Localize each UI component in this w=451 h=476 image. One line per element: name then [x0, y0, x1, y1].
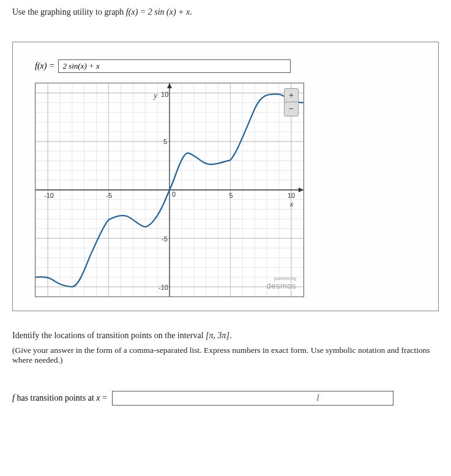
answer-input[interactable]: I — [112, 391, 393, 406]
function-input-row: f(x) = — [35, 59, 426, 73]
axis-label-x: x — [289, 199, 294, 208]
tick-y-neg5: -5 — [162, 235, 168, 243]
answer-row: f has transition points at x = I — [12, 391, 439, 406]
tick-x-pos5: 5 — [229, 192, 233, 199]
graph-svg: -10 -5 0 5 10 10 5 -5 -10 y x — [35, 83, 304, 297]
tick-x-pos10: 10 — [288, 192, 295, 199]
tick-origin: 0 — [172, 191, 176, 198]
zoom-in-button[interactable]: + — [285, 89, 298, 102]
graph-canvas[interactable]: -10 -5 0 5 10 10 5 -5 -10 y x + − pow — [35, 83, 304, 297]
tick-y-pos10: 10 — [161, 91, 168, 98]
cursor-indicator: I — [316, 393, 319, 403]
instr-suffix: . — [190, 7, 192, 17]
fx-input[interactable] — [58, 59, 291, 73]
question-2: Identify the locations of transition poi… — [12, 331, 439, 365]
powered-by-text: powered by — [266, 276, 296, 281]
instr-fx: f(x) = 2 sin (x) + x — [126, 7, 190, 17]
zoom-controls: + − — [284, 88, 299, 116]
instr-prefix: Use the graphing utility to graph — [12, 7, 126, 17]
q2-line1: Identify the locations of transition poi… — [12, 331, 439, 341]
tick-x-neg5: -5 — [106, 192, 113, 199]
svg-marker-54 — [167, 83, 172, 88]
graph-widget-box: f(x) = — [12, 42, 439, 311]
svg-marker-55 — [299, 187, 304, 192]
q2-text-a: Identify the locations of transition poi… — [12, 331, 206, 340]
axis-label-y: y — [152, 91, 157, 100]
desmos-badge: powered by desmos — [266, 276, 296, 290]
zoom-out-button[interactable]: − — [285, 102, 298, 116]
q2-hint: (Give your answer in the form of a comma… — [12, 346, 439, 365]
answer-label: f has transition points at x = — [12, 393, 107, 403]
tick-y-neg10: -10 — [158, 284, 168, 291]
tick-y-pos5: 5 — [163, 138, 167, 145]
q2-text-b: . — [229, 331, 232, 340]
q2-interval: [π, 3π] — [206, 331, 229, 340]
fx-label: f(x) = — [35, 61, 54, 71]
desmos-logo-text: desmos — [266, 281, 296, 290]
instruction-text: Use the graphing utility to graph f(x) =… — [12, 7, 439, 17]
tick-x-neg10: -10 — [44, 192, 54, 199]
